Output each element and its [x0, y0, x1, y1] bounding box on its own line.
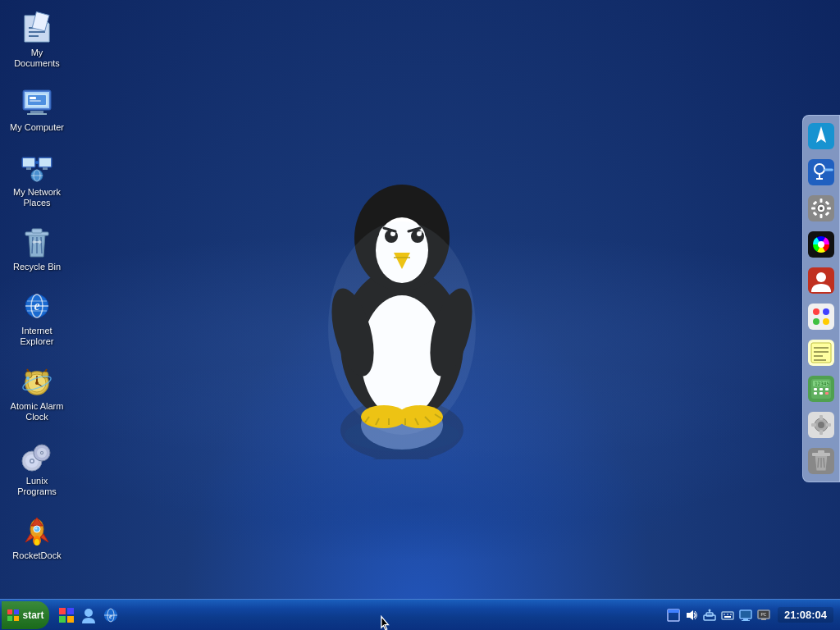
desktop-icons-area: My Documents My Computer — [0, 0, 74, 571]
recycle-bin-icon — [21, 226, 53, 258]
svg-rect-161 — [14, 616, 19, 621]
svg-rect-16 — [26, 167, 31, 170]
dock-item-agent[interactable] — [806, 265, 837, 296]
svg-rect-148 — [819, 430, 823, 435]
tray-icon-window[interactable] — [666, 608, 681, 623]
rocketdock-label: RocketDock — [12, 550, 61, 561]
svg-text:12345: 12345 — [815, 381, 829, 386]
svg-point-125 — [813, 318, 819, 325]
svg-rect-110 — [820, 214, 823, 218]
svg-rect-140 — [814, 392, 817, 395]
my-network-places-label: My Network Places — [7, 187, 66, 208]
svg-line-157 — [824, 458, 824, 468]
svg-line-155 — [818, 458, 819, 468]
svg-point-47 — [26, 377, 30, 380]
svg-rect-178 — [722, 612, 733, 619]
right-dock: 12345 — [802, 115, 840, 482]
svg-rect-163 — [67, 608, 74, 614]
svg-rect-185 — [742, 620, 750, 621]
desktop-icon-my-documents[interactable]: My Documents — [4, 8, 70, 72]
svg-point-21 — [35, 161, 39, 164]
svg-rect-162 — [59, 608, 66, 614]
taskbar: start — [0, 599, 840, 630]
dock-item-settings[interactable] — [806, 193, 837, 224]
svg-rect-149 — [811, 423, 816, 427]
lunix-programs-label: Lunix Programs — [7, 476, 66, 497]
svg-text:PC: PC — [760, 612, 766, 617]
svg-rect-184 — [743, 619, 748, 620]
desktop-icon-internet-explorer[interactable]: e Internet Explorer — [4, 286, 70, 350]
svg-rect-150 — [826, 423, 831, 427]
system-tray: PC 21:08:04 — [666, 607, 840, 623]
desktop-icon-lunix-programs[interactable]: Lunix Programs — [4, 436, 70, 500]
svg-point-63 — [35, 527, 38, 530]
start-button[interactable]: start — [2, 601, 49, 629]
dock-item-notes[interactable] — [806, 337, 837, 368]
my-network-places-icon — [21, 151, 53, 184]
svg-rect-172 — [668, 609, 679, 613]
tray-icon-monitor2[interactable]: PC — [756, 608, 771, 623]
svg-point-146 — [818, 422, 824, 428]
taskbar-icon-windows[interactable] — [57, 606, 75, 624]
svg-point-43 — [42, 372, 48, 378]
rocketdock-icon — [21, 514, 53, 547]
desktop-icon-recycle-bin[interactable]: Recycle Bin — [4, 222, 70, 276]
desktop-icon-rocketdock[interactable]: RocketDock — [4, 511, 70, 564]
dock-item-paint[interactable] — [806, 301, 837, 332]
system-clock[interactable]: 21:08:04 — [778, 607, 833, 623]
desktop-icon-my-network-places[interactable]: My Network Places — [4, 148, 70, 212]
desktop-icon-my-computer[interactable]: My Computer — [4, 83, 70, 136]
svg-rect-27 — [32, 229, 42, 233]
dock-item-arch-linux[interactable] — [806, 121, 837, 152]
svg-rect-159 — [14, 609, 19, 614]
internet-explorer-icon: e — [21, 290, 53, 322]
my-computer-label: My Computer — [10, 122, 64, 133]
svg-point-51 — [31, 459, 34, 462]
svg-rect-158 — [7, 609, 12, 614]
tray-icon-keyboard[interactable] — [720, 608, 735, 623]
svg-point-177 — [708, 609, 710, 611]
svg-rect-139 — [825, 388, 829, 390]
dock-item-trash[interactable] — [806, 445, 837, 477]
svg-rect-186 — [741, 611, 751, 618]
svg-rect-164 — [59, 616, 66, 623]
tray-icon-monitor1[interactable] — [738, 608, 753, 623]
svg-rect-12 — [30, 97, 36, 99]
svg-rect-175 — [706, 613, 713, 616]
tray-icon-volume[interactable] — [684, 608, 699, 623]
my-documents-icon — [21, 11, 53, 44]
svg-rect-147 — [819, 415, 823, 420]
svg-rect-15 — [23, 158, 34, 167]
atomic-alarm-clock-label: Atomic Alarm Clock — [7, 401, 66, 422]
svg-rect-101 — [808, 159, 834, 185]
svg-rect-112 — [827, 208, 831, 210]
dock-item-calculator[interactable]: 12345 — [806, 373, 837, 404]
dock-item-color-picker[interactable] — [806, 229, 837, 260]
tray-icon-network[interactable] — [702, 608, 717, 623]
taskbar-icon-user[interactable] — [80, 606, 98, 624]
svg-line-45 — [45, 369, 47, 372]
dock-item-network-tool[interactable] — [806, 157, 837, 188]
svg-rect-13 — [30, 100, 41, 102]
desktop-icon-atomic-alarm-clock[interactable]: Atomic Alarm Clock — [4, 362, 70, 426]
svg-rect-165 — [67, 616, 74, 623]
svg-rect-9 — [27, 113, 47, 115]
start-label: start — [22, 609, 43, 621]
svg-text:e: e — [109, 612, 112, 620]
svg-rect-188 — [761, 619, 766, 620]
svg-rect-138 — [819, 388, 823, 390]
taskbar-icon-ie[interactable]: e — [102, 606, 120, 624]
svg-point-98 — [328, 221, 476, 435]
svg-rect-19 — [43, 167, 48, 170]
svg-rect-142 — [825, 392, 829, 395]
svg-point-126 — [823, 318, 829, 325]
svg-rect-137 — [814, 388, 817, 390]
dock-item-system-prefs[interactable] — [806, 409, 837, 441]
internet-explorer-label: Internet Explorer — [7, 326, 66, 347]
svg-rect-18 — [39, 158, 51, 167]
quick-launch: e — [57, 606, 120, 624]
svg-point-166 — [84, 609, 93, 617]
desktop: My Documents My Computer — [0, 0, 840, 630]
lunix-programs-icon — [21, 440, 53, 472]
svg-point-121 — [816, 272, 826, 282]
